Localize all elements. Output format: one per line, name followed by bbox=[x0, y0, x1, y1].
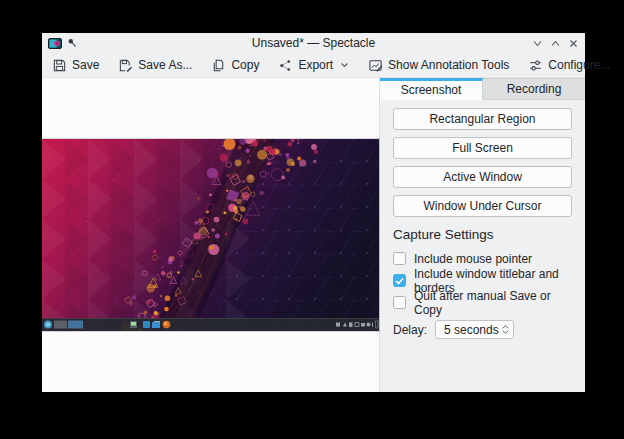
export-button[interactable]: Export bbox=[278, 58, 349, 73]
delay-value: 5 seconds bbox=[444, 323, 499, 337]
minimize-icon[interactable] bbox=[532, 38, 543, 49]
tab-screenshot-label: Screenshot bbox=[401, 83, 462, 97]
show-annotation-tools-button[interactable]: Show Annotation Tools bbox=[368, 58, 509, 73]
spin-up-icon[interactable] bbox=[502, 325, 509, 329]
annotation-icon bbox=[368, 58, 383, 73]
maximize-icon[interactable] bbox=[550, 38, 561, 49]
include-mouse-pointer-checkbox[interactable]: Include mouse pointer bbox=[393, 251, 572, 266]
save-as-button[interactable]: Save As... bbox=[118, 58, 192, 73]
configure-sliders-icon bbox=[528, 58, 543, 73]
spin-down-icon[interactable] bbox=[502, 330, 509, 334]
preview-area bbox=[42, 78, 379, 392]
save-button[interactable]: Save bbox=[52, 58, 99, 73]
chevron-down-icon bbox=[340, 62, 349, 68]
tab-screenshot[interactable]: Screenshot bbox=[380, 78, 483, 100]
spectacle-window: Unsaved* — Spectacle bbox=[42, 33, 585, 392]
save-as-label: Save As... bbox=[138, 58, 192, 72]
show-annotation-tools-label: Show Annotation Tools bbox=[388, 58, 509, 72]
export-label: Export bbox=[298, 58, 333, 72]
preview-task-icon bbox=[143, 321, 150, 328]
close-icon[interactable] bbox=[568, 38, 579, 49]
copy-button[interactable]: Copy bbox=[211, 58, 259, 73]
rectangular-region-button[interactable]: Rectangular Region bbox=[393, 108, 572, 130]
checkbox-icon[interactable] bbox=[393, 252, 406, 265]
configure-button[interactable]: Configure... bbox=[528, 58, 610, 73]
save-as-icon bbox=[118, 58, 133, 73]
checkbox-icon[interactable] bbox=[393, 274, 406, 287]
titlebar[interactable]: Unsaved* — Spectacle bbox=[42, 33, 585, 53]
include-titlebar-checkbox[interactable]: Include window titlebar and borders bbox=[393, 273, 572, 288]
save-icon bbox=[52, 58, 67, 73]
copy-label: Copy bbox=[231, 58, 259, 72]
window-under-cursor-button[interactable]: Window Under Cursor bbox=[393, 195, 572, 217]
screen: Unsaved* — Spectacle bbox=[0, 0, 624, 439]
capture-settings-heading: Capture Settings bbox=[393, 227, 572, 242]
active-window-button[interactable]: Active Window bbox=[393, 166, 572, 188]
tab-recording-label: Recording bbox=[507, 82, 562, 96]
preview-folder-icon bbox=[152, 323, 160, 329]
full-screen-button[interactable]: Full Screen bbox=[393, 137, 572, 159]
checkbox-label: Quit after manual Save or Copy bbox=[414, 289, 572, 317]
checkbox-icon[interactable] bbox=[393, 296, 406, 309]
save-label: Save bbox=[72, 58, 99, 72]
preview-pager-desktop2 bbox=[68, 321, 83, 329]
capture-panel: Screenshot Recording Rectangular Region … bbox=[379, 78, 585, 392]
delay-label: Delay: bbox=[393, 323, 427, 337]
delay-spinbox[interactable]: 5 seconds bbox=[435, 320, 514, 339]
window-title: Unsaved* — Spectacle bbox=[42, 36, 585, 50]
checkbox-label: Include mouse pointer bbox=[414, 252, 532, 266]
export-share-icon bbox=[278, 58, 293, 73]
wallpaper-image bbox=[42, 139, 379, 331]
preview-taskbar bbox=[42, 318, 379, 331]
quit-after-save-checkbox[interactable]: Quit after manual Save or Copy bbox=[393, 295, 572, 310]
screenshot-preview bbox=[42, 139, 379, 331]
preview-pager-desktop1 bbox=[54, 321, 67, 329]
tab-bar: Screenshot Recording bbox=[380, 78, 585, 100]
toolbar: Save Save As... Copy bbox=[42, 53, 585, 78]
configure-label: Configure... bbox=[548, 58, 610, 72]
tab-recording[interactable]: Recording bbox=[483, 78, 585, 100]
copy-icon bbox=[211, 58, 226, 73]
